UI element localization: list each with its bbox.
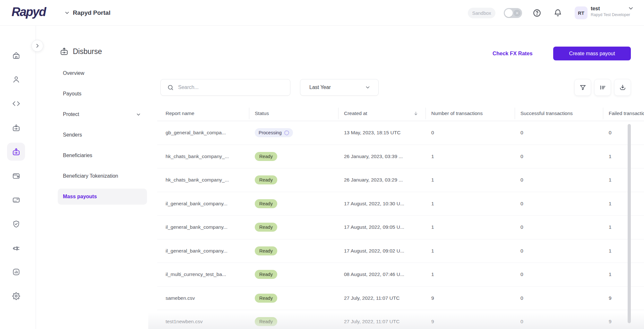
- home-icon: [12, 51, 21, 60]
- sidebar-item-overview[interactable]: Overview: [58, 65, 147, 81]
- disburse-menu: OverviewPayoutsProtectSendersBeneficiari…: [58, 65, 147, 209]
- sort-button[interactable]: [594, 79, 611, 96]
- cell-successful: 0: [515, 201, 603, 207]
- sandbox-badge: Sandbox: [468, 8, 495, 18]
- cell-status: Ready: [249, 270, 338, 279]
- table-row[interactable]: hk_chats_bank_company_...Ready26 January…: [157, 168, 644, 192]
- date-range-select[interactable]: Last Year: [300, 79, 379, 96]
- table-row[interactable]: hk_chats_bank_company_...Ready26 January…: [157, 145, 644, 169]
- sidebar-item-label: Payouts: [63, 91, 82, 97]
- sidebar-item-beneficiary-tokenization[interactable]: Beneficiary Tokenization: [58, 168, 147, 184]
- status-badge-label: Ready: [259, 319, 273, 324]
- table-row[interactable]: sameben.csvReady27 July, 2022, 11:07 UTC…: [157, 287, 644, 310]
- notifications-button[interactable]: [553, 8, 563, 18]
- sidebar-item-label: Overview: [63, 70, 84, 76]
- cell-failed: 0: [603, 130, 644, 136]
- cell-successful: 0: [515, 295, 603, 301]
- cell-successful: 0: [515, 130, 603, 136]
- avatar[interactable]: RT: [575, 6, 588, 19]
- page-title: Disburse: [73, 47, 102, 56]
- cell-total: 1: [425, 224, 515, 230]
- cell-successful: 0: [515, 248, 603, 254]
- cell-name: gb_general_bank_compa...: [157, 130, 249, 136]
- rail-item-clients[interactable]: [7, 70, 25, 88]
- column-header-status[interactable]: Status: [249, 106, 338, 121]
- sidebar-item-protect[interactable]: Protect: [58, 106, 147, 122]
- search-icon: [167, 84, 174, 91]
- cell-name: il_general_bank_company...: [157, 224, 249, 230]
- rail-item-developers[interactable]: [7, 94, 25, 112]
- sidebar-item-label: Protect: [63, 111, 79, 117]
- chevron-down-icon: [136, 112, 141, 117]
- status-badge: Ready: [255, 294, 277, 303]
- toggle-off-icon: ✕: [514, 10, 520, 16]
- chevron-down-icon: [365, 84, 371, 90]
- portal-label: Rapyd Portal: [73, 9, 110, 16]
- filter-button[interactable]: [574, 79, 591, 96]
- sidebar-item-beneficiaries[interactable]: Beneficiaries: [58, 147, 147, 164]
- cell-created: 27 July, 2022, 11:07 UTC: [338, 319, 425, 325]
- column-header-created-at[interactable]: Created at: [338, 106, 425, 121]
- cell-status: Ready: [249, 294, 338, 303]
- sandbox-toggle[interactable]: ✕: [504, 8, 522, 18]
- cell-name: il_general_bank_company...: [157, 201, 249, 207]
- column-header-report-name[interactable]: Report name: [157, 106, 249, 121]
- check-fx-rates-link[interactable]: Check FX Rates: [493, 50, 533, 57]
- column-header-label: Successful transactions: [520, 111, 573, 116]
- cell-successful: 0: [515, 177, 603, 183]
- column-header-label: Number of transactions: [431, 111, 483, 116]
- cell-name: test1newben.csv: [157, 319, 249, 325]
- portal-switcher[interactable]: Rapyd Portal: [64, 0, 110, 26]
- cell-status: Ready: [249, 152, 338, 161]
- rail-item-analytics[interactable]: [7, 263, 25, 281]
- cell-total: 0: [425, 130, 515, 136]
- table-row[interactable]: il_general_bank_company...Ready17 August…: [157, 192, 644, 216]
- chevron-down-icon: [628, 5, 634, 12]
- cell-created: 26 January, 2023, 03:39 ...: [338, 154, 425, 159]
- table-row[interactable]: il_multi_currency_test_ba...Ready08 Augu…: [157, 263, 644, 287]
- cell-failed: 1: [603, 201, 644, 207]
- sidebar-item-payouts[interactable]: Payouts: [58, 86, 147, 102]
- cell-failed: 1: [603, 154, 644, 159]
- status-badge: Ready: [255, 223, 277, 232]
- cell-failed: 1: [603, 224, 644, 230]
- search-input[interactable]: [178, 84, 274, 90]
- status-badge-label: Ready: [259, 296, 273, 301]
- developers-icon: [12, 99, 21, 108]
- column-header-number-of-transactions[interactable]: Number of transactions: [425, 106, 515, 121]
- cell-status: Ready: [249, 246, 338, 255]
- cell-failed: 9: [603, 295, 644, 301]
- vertical-scrollbar[interactable]: [628, 124, 631, 323]
- create-mass-payout-button[interactable]: Create mass payout: [553, 47, 631, 60]
- status-badge: Ready: [255, 246, 277, 255]
- rail-item-wallet[interactable]: [7, 167, 25, 185]
- column-header-label: Failed transactions: [609, 111, 644, 116]
- cell-created: 13 May, 2023, 18:15 UTC: [338, 130, 425, 136]
- table-row[interactable]: test1newben.csvReady27 July, 2022, 11:07…: [157, 310, 644, 329]
- column-header-successful-transactions[interactable]: Successful transactions: [515, 106, 603, 121]
- help-button[interactable]: [532, 8, 542, 18]
- table-row[interactable]: gb_general_bank_compa...Processing13 May…: [157, 121, 644, 145]
- user-role: Rapyd Test Developer: [591, 13, 639, 17]
- rail-item-home[interactable]: [7, 46, 25, 64]
- rail-item-collect[interactable]: [7, 119, 25, 137]
- status-badge: Ready: [255, 270, 277, 279]
- sidebar-expand-button[interactable]: [31, 40, 43, 52]
- download-button[interactable]: [614, 79, 631, 96]
- processing-spinner-icon: [284, 130, 289, 135]
- rail-item-settings[interactable]: [7, 287, 25, 305]
- rail-item-integrations[interactable]: [7, 239, 25, 257]
- cell-created: 17 August, 2022, 09:02 U...: [338, 248, 425, 254]
- table-row[interactable]: il_general_bank_company...Ready17 August…: [157, 216, 644, 239]
- sidebar-item-senders[interactable]: Senders: [58, 127, 147, 143]
- rail-item-card[interactable]: [7, 191, 25, 209]
- rail-item-disburse[interactable]: [7, 143, 25, 161]
- cell-total: 1: [425, 201, 515, 207]
- user-menu-chevron[interactable]: [628, 5, 634, 12]
- cell-created: 27 July, 2022, 11:07 UTC: [338, 295, 425, 301]
- table-row[interactable]: il_general_bank_company...Ready17 August…: [157, 239, 644, 263]
- filter-funnel-icon: [579, 84, 587, 91]
- sidebar-item-mass-payouts[interactable]: Mass payouts: [58, 189, 147, 205]
- column-header-failed-transactions[interactable]: Failed transactions: [603, 106, 644, 121]
- rail-item-verify[interactable]: [7, 215, 25, 233]
